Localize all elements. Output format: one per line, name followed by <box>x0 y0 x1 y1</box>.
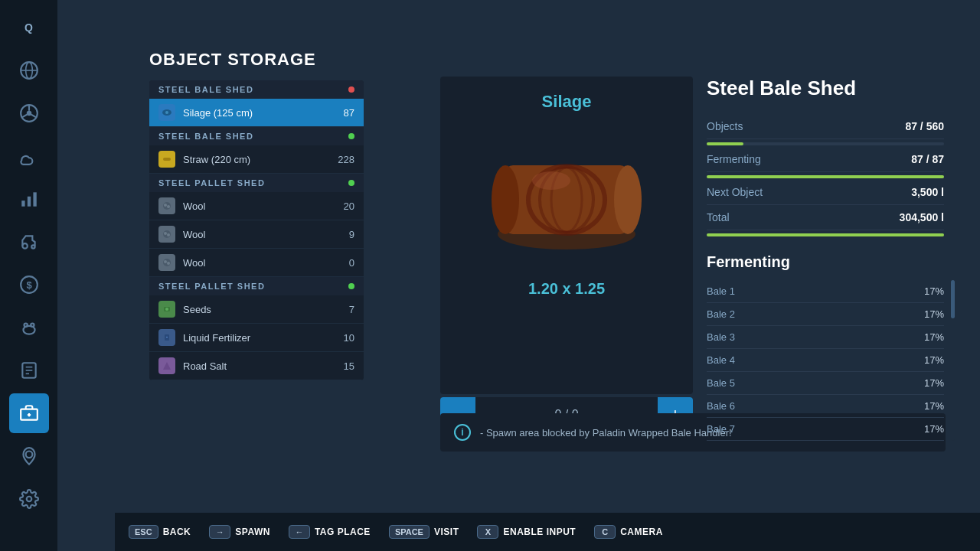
bale-4-label: Bale 4 <box>707 354 735 366</box>
fermenting-value: 87 / 87 <box>911 153 944 165</box>
shed-status-dot-3 <box>348 180 354 186</box>
bale-3-pct: 17% <box>924 331 944 343</box>
sidebar-item-animals[interactable] <box>9 308 49 347</box>
bale-row-2: Bale 2 17% <box>707 303 944 326</box>
svg-rect-10 <box>33 192 36 206</box>
list-item-silage[interactable]: Silage (125 cm) 87 <box>149 99 364 127</box>
sidebar-item-storage[interactable] <box>9 393 49 433</box>
sidebar-item-weather[interactable] <box>9 136 49 176</box>
storage-panel: OBJECT STORAGE STEEL BALE SHED Silage (1… <box>149 50 364 380</box>
list-item-straw[interactable]: Straw (220 cm) 228 <box>149 145 364 174</box>
svg-point-40 <box>165 308 168 311</box>
bale-row-5: Bale 5 17% <box>707 372 944 395</box>
sidebar: Q $ <box>0 0 57 551</box>
wool-icon-3 <box>158 254 175 271</box>
sidebar-item-map[interactable] <box>9 436 49 476</box>
sidebar-item-settings[interactable] <box>9 479 49 519</box>
svg-point-38 <box>167 262 170 265</box>
sidebar-item-stats[interactable] <box>9 179 49 219</box>
info-row-next-object: Next Object 3,500 l <box>707 180 944 205</box>
svg-point-28 <box>165 111 168 114</box>
wool-label-1: Wool <box>183 201 205 212</box>
preview-dims: 1.20 x 1.25 <box>528 280 605 298</box>
bale-1-label: Bale 1 <box>707 285 735 297</box>
svg-rect-9 <box>27 197 30 207</box>
straw-label: Straw (220 cm) <box>183 154 250 165</box>
liquid-fert-label: Liquid Fertilizer <box>183 332 250 344</box>
svg-point-35 <box>167 233 170 236</box>
shed-status-dot-4 <box>348 283 354 289</box>
total-progress-bar <box>707 233 944 236</box>
sidebar-item-tractor[interactable] <box>9 222 49 262</box>
enable-input-key: X <box>477 525 498 539</box>
wool-label-3: Wool <box>183 257 205 269</box>
svg-point-37 <box>164 260 167 263</box>
straw-icon <box>158 151 175 168</box>
list-item-road-salt[interactable]: Road Salt 15 <box>149 352 364 380</box>
page-title: OBJECT STORAGE <box>149 50 364 70</box>
shed-header-4: STEEL PALLET SHED <box>149 277 364 295</box>
svg-point-25 <box>25 452 32 458</box>
bale-visual <box>490 135 643 257</box>
esc-key: ESC <box>129 525 158 539</box>
bale-2-pct: 17% <box>924 308 944 320</box>
svg-text:$: $ <box>26 279 32 291</box>
tag-place-key: ← <box>289 525 310 539</box>
sidebar-item-contracts[interactable] <box>9 350 49 390</box>
next-object-label: Next Object <box>707 186 763 198</box>
sidebar-item-globe[interactable] <box>9 51 49 90</box>
objects-value: 87 / 560 <box>905 120 944 132</box>
fermenting-title: Fermenting <box>707 253 944 271</box>
sidebar-item-q[interactable]: Q <box>9 8 49 47</box>
liquid-fert-icon <box>158 329 175 346</box>
wool-count-3: 0 <box>349 257 354 269</box>
bale-6-pct: 17% <box>924 400 944 412</box>
sidebar-item-money[interactable]: $ <box>9 265 49 305</box>
enable-input-label: ENABLE INPUT <box>503 527 576 537</box>
straw-count: 228 <box>338 154 354 165</box>
silage-label: Silage (125 cm) <box>183 107 253 119</box>
shed-status-dot-1 <box>348 86 354 93</box>
list-item-liquid-fertilizer[interactable]: Liquid Fertilizer 10 <box>149 324 364 352</box>
bale-3-label: Bale 3 <box>707 331 735 343</box>
list-item-wool-3[interactable]: Wool 0 <box>149 249 364 277</box>
spawn-label: SPAWN <box>235 527 270 537</box>
esc-label: BACK <box>163 527 191 537</box>
tag-place-label: TAG PLACE <box>315 527 371 537</box>
road-salt-icon <box>158 357 175 374</box>
liquid-fert-count: 10 <box>344 332 354 344</box>
list-item-wool-1[interactable]: Wool 20 <box>149 192 364 220</box>
bottom-bar: ESC BACK → SPAWN ← TAG PLACE SPACE VISIT… <box>115 513 980 551</box>
fermenting-progress-container <box>707 175 944 178</box>
list-item-seeds[interactable]: Seeds 7 <box>149 295 364 324</box>
bale-5-label: Bale 5 <box>707 377 735 389</box>
svg-point-16 <box>24 324 27 327</box>
key-binding-spawn: → SPAWN <box>209 525 270 539</box>
bale-row-3: Bale 3 17% <box>707 326 944 349</box>
seeds-count: 7 <box>349 304 354 315</box>
total-value: 304,500 l <box>900 211 944 223</box>
next-object-value: 3,500 l <box>911 186 944 198</box>
bale-row-6: Bale 6 17% <box>707 395 944 418</box>
svg-rect-41 <box>165 334 169 341</box>
preview-title: Silage <box>542 92 592 112</box>
info-row-fermenting: Fermenting 87 / 87 <box>707 147 944 172</box>
scroll-thumb[interactable] <box>951 280 955 318</box>
bale-5-pct: 17% <box>924 377 944 389</box>
info-panel-title: Steel Bale Shed <box>707 77 944 100</box>
bale-2-label: Bale 2 <box>707 308 735 320</box>
bale-6-label: Bale 6 <box>707 400 735 412</box>
silage-count: 87 <box>344 107 354 119</box>
list-item-wool-2[interactable]: Wool 9 <box>149 220 364 249</box>
fermenting-progress-bar <box>707 175 944 178</box>
fermenting-section: Fermenting Bale 1 17% Bale 2 17% Bale 3 … <box>707 253 944 441</box>
sidebar-item-steering[interactable] <box>9 93 49 133</box>
shed-header-3: STEEL PALLET SHED <box>149 174 364 192</box>
svg-point-34 <box>164 232 167 235</box>
total-progress-container <box>707 233 944 236</box>
bale-1-pct: 17% <box>924 285 944 297</box>
silage-icon <box>158 104 175 121</box>
wool-label-2: Wool <box>183 229 205 240</box>
info-row-total: Total 304,500 l <box>707 205 944 230</box>
total-label: Total <box>707 211 730 223</box>
